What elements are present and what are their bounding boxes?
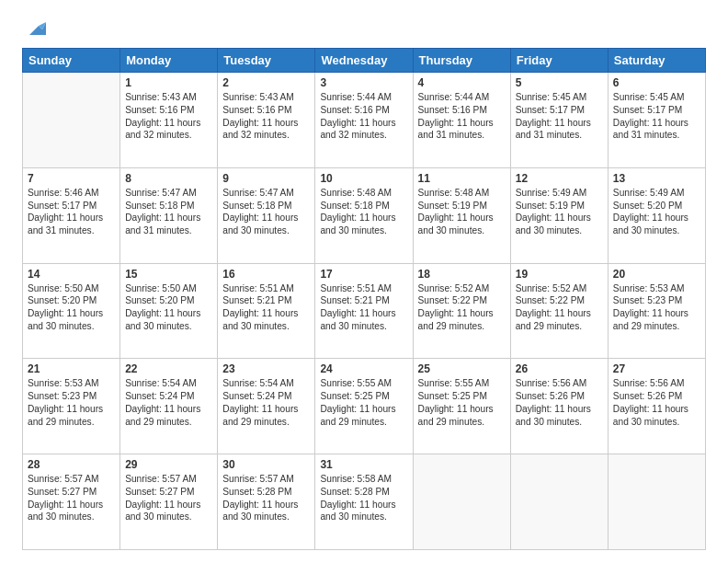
col-header-saturday: Saturday bbox=[608, 49, 705, 73]
day-info: Sunrise: 5:57 AM Sunset: 5:27 PM Dayligh… bbox=[125, 473, 212, 523]
day-number: 29 bbox=[125, 458, 212, 471]
logo-icon bbox=[26, 18, 46, 39]
day-number: 14 bbox=[28, 268, 115, 281]
col-header-sunday: Sunday bbox=[23, 49, 120, 73]
day-number: 13 bbox=[613, 172, 700, 185]
calendar-cell: 18Sunrise: 5:52 AM Sunset: 5:22 PM Dayli… bbox=[413, 263, 510, 359]
day-info: Sunrise: 5:43 AM Sunset: 5:16 PM Dayligh… bbox=[222, 91, 310, 142]
calendar-cell: 2Sunrise: 5:43 AM Sunset: 5:16 PM Daylig… bbox=[218, 73, 315, 168]
calendar-cell bbox=[608, 454, 705, 550]
calendar-cell: 8Sunrise: 5:47 AM Sunset: 5:18 PM Daylig… bbox=[120, 167, 218, 263]
logo bbox=[22, 17, 46, 39]
day-number: 27 bbox=[613, 362, 700, 375]
day-info: Sunrise: 5:56 AM Sunset: 5:26 PM Dayligh… bbox=[613, 377, 700, 428]
calendar-cell: 26Sunrise: 5:56 AM Sunset: 5:26 PM Dayli… bbox=[510, 359, 608, 454]
day-info: Sunrise: 5:47 AM Sunset: 5:18 PM Dayligh… bbox=[222, 187, 310, 237]
day-number: 10 bbox=[320, 172, 407, 185]
day-info: Sunrise: 5:49 AM Sunset: 5:19 PM Dayligh… bbox=[516, 187, 603, 237]
day-info: Sunrise: 5:51 AM Sunset: 5:21 PM Dayligh… bbox=[222, 282, 310, 333]
day-number: 31 bbox=[320, 458, 407, 471]
calendar-cell: 12Sunrise: 5:49 AM Sunset: 5:19 PM Dayli… bbox=[510, 167, 608, 263]
day-number: 25 bbox=[418, 362, 506, 375]
col-header-wednesday: Wednesday bbox=[315, 49, 413, 73]
day-info: Sunrise: 5:48 AM Sunset: 5:18 PM Dayligh… bbox=[320, 187, 407, 237]
header bbox=[22, 17, 706, 39]
day-info: Sunrise: 5:55 AM Sunset: 5:25 PM Dayligh… bbox=[320, 377, 407, 428]
calendar-cell: 31Sunrise: 5:58 AM Sunset: 5:28 PM Dayli… bbox=[315, 454, 413, 550]
day-info: Sunrise: 5:56 AM Sunset: 5:26 PM Dayligh… bbox=[516, 377, 603, 428]
day-info: Sunrise: 5:44 AM Sunset: 5:16 PM Dayligh… bbox=[320, 91, 407, 142]
day-number: 1 bbox=[125, 76, 212, 89]
calendar-cell: 7Sunrise: 5:46 AM Sunset: 5:17 PM Daylig… bbox=[23, 167, 120, 263]
calendar-cell: 13Sunrise: 5:49 AM Sunset: 5:20 PM Dayli… bbox=[608, 167, 705, 263]
day-number: 12 bbox=[516, 172, 603, 185]
day-info: Sunrise: 5:53 AM Sunset: 5:23 PM Dayligh… bbox=[613, 282, 700, 333]
calendar-cell: 5Sunrise: 5:45 AM Sunset: 5:17 PM Daylig… bbox=[510, 73, 608, 168]
day-info: Sunrise: 5:54 AM Sunset: 5:24 PM Dayligh… bbox=[125, 377, 212, 428]
calendar-cell: 9Sunrise: 5:47 AM Sunset: 5:18 PM Daylig… bbox=[218, 167, 315, 263]
day-number: 28 bbox=[28, 458, 115, 471]
calendar-cell: 25Sunrise: 5:55 AM Sunset: 5:25 PM Dayli… bbox=[413, 359, 510, 454]
day-info: Sunrise: 5:54 AM Sunset: 5:24 PM Dayligh… bbox=[222, 377, 310, 428]
day-info: Sunrise: 5:57 AM Sunset: 5:27 PM Dayligh… bbox=[28, 473, 115, 523]
day-number: 22 bbox=[125, 362, 212, 375]
col-header-friday: Friday bbox=[510, 49, 608, 73]
calendar-cell: 24Sunrise: 5:55 AM Sunset: 5:25 PM Dayli… bbox=[315, 359, 413, 454]
col-header-thursday: Thursday bbox=[413, 49, 510, 73]
day-number: 7 bbox=[28, 172, 115, 185]
calendar-cell: 14Sunrise: 5:50 AM Sunset: 5:20 PM Dayli… bbox=[23, 263, 120, 359]
day-number: 20 bbox=[613, 268, 700, 281]
calendar-cell bbox=[510, 454, 608, 550]
calendar-cell bbox=[23, 73, 120, 168]
day-number: 24 bbox=[320, 362, 407, 375]
day-number: 18 bbox=[418, 268, 506, 281]
col-header-monday: Monday bbox=[120, 49, 218, 73]
calendar-cell: 16Sunrise: 5:51 AM Sunset: 5:21 PM Dayli… bbox=[218, 263, 315, 359]
day-number: 11 bbox=[418, 172, 506, 185]
calendar-cell: 3Sunrise: 5:44 AM Sunset: 5:16 PM Daylig… bbox=[315, 73, 413, 168]
day-number: 19 bbox=[516, 268, 603, 281]
day-info: Sunrise: 5:52 AM Sunset: 5:22 PM Dayligh… bbox=[418, 282, 506, 333]
day-info: Sunrise: 5:45 AM Sunset: 5:17 PM Dayligh… bbox=[516, 91, 603, 142]
day-info: Sunrise: 5:47 AM Sunset: 5:18 PM Dayligh… bbox=[125, 187, 212, 237]
day-number: 21 bbox=[28, 362, 115, 375]
day-info: Sunrise: 5:51 AM Sunset: 5:21 PM Dayligh… bbox=[320, 282, 407, 333]
day-info: Sunrise: 5:50 AM Sunset: 5:20 PM Dayligh… bbox=[125, 282, 212, 333]
calendar-cell: 10Sunrise: 5:48 AM Sunset: 5:18 PM Dayli… bbox=[315, 167, 413, 263]
day-info: Sunrise: 5:50 AM Sunset: 5:20 PM Dayligh… bbox=[28, 282, 115, 333]
calendar-cell: 21Sunrise: 5:53 AM Sunset: 5:23 PM Dayli… bbox=[23, 359, 120, 454]
calendar-cell: 11Sunrise: 5:48 AM Sunset: 5:19 PM Dayli… bbox=[413, 167, 510, 263]
day-number: 30 bbox=[222, 458, 310, 471]
day-number: 6 bbox=[613, 76, 700, 89]
day-info: Sunrise: 5:49 AM Sunset: 5:20 PM Dayligh… bbox=[613, 187, 700, 237]
calendar-cell: 1Sunrise: 5:43 AM Sunset: 5:16 PM Daylig… bbox=[120, 73, 218, 168]
day-number: 4 bbox=[418, 76, 506, 89]
calendar-week-2: 14Sunrise: 5:50 AM Sunset: 5:20 PM Dayli… bbox=[23, 263, 706, 359]
day-number: 8 bbox=[125, 172, 212, 185]
calendar-week-1: 7Sunrise: 5:46 AM Sunset: 5:17 PM Daylig… bbox=[23, 167, 706, 263]
day-info: Sunrise: 5:44 AM Sunset: 5:16 PM Dayligh… bbox=[418, 91, 506, 142]
calendar-cell: 6Sunrise: 5:45 AM Sunset: 5:17 PM Daylig… bbox=[608, 73, 705, 168]
day-info: Sunrise: 5:58 AM Sunset: 5:28 PM Dayligh… bbox=[320, 473, 407, 523]
col-header-tuesday: Tuesday bbox=[218, 49, 315, 73]
calendar-cell: 15Sunrise: 5:50 AM Sunset: 5:20 PM Dayli… bbox=[120, 263, 218, 359]
calendar-table: SundayMondayTuesdayWednesdayThursdayFrid… bbox=[22, 48, 706, 550]
day-info: Sunrise: 5:52 AM Sunset: 5:22 PM Dayligh… bbox=[516, 282, 603, 333]
day-number: 9 bbox=[222, 172, 310, 185]
day-info: Sunrise: 5:46 AM Sunset: 5:17 PM Dayligh… bbox=[28, 187, 115, 237]
day-number: 16 bbox=[222, 268, 310, 281]
day-number: 3 bbox=[320, 76, 407, 89]
calendar-week-0: 1Sunrise: 5:43 AM Sunset: 5:16 PM Daylig… bbox=[23, 73, 706, 168]
calendar-cell: 27Sunrise: 5:56 AM Sunset: 5:26 PM Dayli… bbox=[608, 359, 705, 454]
day-number: 26 bbox=[516, 362, 603, 375]
day-info: Sunrise: 5:48 AM Sunset: 5:19 PM Dayligh… bbox=[418, 187, 506, 237]
day-number: 5 bbox=[516, 76, 603, 89]
calendar-cell: 30Sunrise: 5:57 AM Sunset: 5:28 PM Dayli… bbox=[218, 454, 315, 550]
day-number: 2 bbox=[222, 76, 310, 89]
calendar-cell: 23Sunrise: 5:54 AM Sunset: 5:24 PM Dayli… bbox=[218, 359, 315, 454]
calendar-cell: 4Sunrise: 5:44 AM Sunset: 5:16 PM Daylig… bbox=[413, 73, 510, 168]
calendar-week-3: 21Sunrise: 5:53 AM Sunset: 5:23 PM Dayli… bbox=[23, 359, 706, 454]
day-info: Sunrise: 5:57 AM Sunset: 5:28 PM Dayligh… bbox=[222, 473, 310, 523]
calendar-week-4: 28Sunrise: 5:57 AM Sunset: 5:27 PM Dayli… bbox=[23, 454, 706, 550]
calendar-cell: 22Sunrise: 5:54 AM Sunset: 5:24 PM Dayli… bbox=[120, 359, 218, 454]
